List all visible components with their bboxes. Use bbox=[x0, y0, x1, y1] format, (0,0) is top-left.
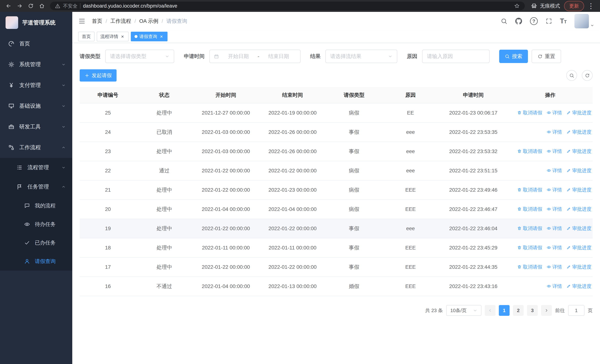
user-menu[interactable] bbox=[574, 14, 594, 28]
progress-action-link[interactable]: 审批进度 bbox=[566, 244, 591, 251]
progress-action-link[interactable]: 审批进度 bbox=[566, 187, 591, 193]
menu-label: 请假查询 bbox=[35, 258, 56, 265]
progress-action-link[interactable]: 审批进度 bbox=[566, 167, 591, 174]
refresh-table-button[interactable] bbox=[582, 70, 593, 81]
breadcrumb-item[interactable]: 首页 bbox=[92, 18, 111, 25]
apply-time-range-picker[interactable]: 开始日期 - 结束日期 bbox=[209, 50, 300, 63]
cancel-action-link[interactable]: 取消请假 bbox=[517, 206, 542, 212]
sidebar-submenu-item[interactable]: 任务管理 bbox=[0, 177, 72, 196]
sidebar-leaf-item[interactable]: 请假查询 bbox=[0, 252, 72, 271]
fullscreen-icon[interactable] bbox=[545, 18, 552, 24]
table-row: 16不通过2022-01-04 00:00:002022-01-13 00:00… bbox=[80, 277, 593, 296]
sidebar-menu-item[interactable]: 研发工具 bbox=[0, 116, 72, 137]
detail-action-link[interactable]: 详情 bbox=[547, 283, 562, 289]
progress-action-link[interactable]: 审批进度 bbox=[566, 148, 591, 155]
cell-id: 20 bbox=[80, 200, 136, 219]
url-bar[interactable]: 不安全 dashboard.yudao.iocoder.cn/bpm/oa/le… bbox=[50, 2, 525, 10]
breadcrumb-item[interactable]: OA 示例 bbox=[139, 18, 166, 25]
cancel-action-link[interactable]: 取消请假 bbox=[517, 187, 542, 193]
url-text[interactable]: dashboard.yudao.iocoder.cn/bpm/oa/leave bbox=[83, 3, 177, 9]
bookmark-star-icon[interactable] bbox=[514, 3, 520, 9]
browser-back-button[interactable] bbox=[4, 1, 13, 11]
app-logo[interactable]: 芋道管理系统 bbox=[0, 12, 72, 33]
detail-action-link[interactable]: 详情 bbox=[547, 110, 562, 116]
sidebar-menu-item[interactable]: 工作流程 bbox=[0, 137, 72, 158]
detail-action-link[interactable]: 详情 bbox=[547, 148, 562, 155]
search-button[interactable]: 搜索 bbox=[499, 50, 528, 63]
page-size-select[interactable]: 10条/页 bbox=[446, 305, 481, 316]
progress-action-link[interactable]: 审批进度 bbox=[566, 225, 591, 232]
page-number-button[interactable]: 3 bbox=[527, 305, 538, 316]
sidebar-menu-item[interactable]: 基础设施 bbox=[0, 96, 72, 116]
toggle-search-button[interactable] bbox=[566, 70, 577, 81]
cancel-action-link[interactable]: 取消请假 bbox=[517, 264, 542, 270]
user-avatar[interactable] bbox=[574, 14, 589, 28]
sidebar-submenu: 流程管理 任务管理 我的流程 待办任务 bbox=[0, 158, 72, 271]
cell-end: 2022-01-23 00:00:00 bbox=[259, 180, 326, 200]
goto-page-input[interactable] bbox=[568, 305, 584, 316]
detail-action-link[interactable]: 详情 bbox=[547, 206, 562, 212]
active-tab-dot bbox=[134, 35, 138, 38]
help-icon[interactable]: ? bbox=[530, 17, 538, 25]
detail-action-link[interactable]: 详情 bbox=[547, 129, 562, 135]
github-icon[interactable] bbox=[515, 18, 522, 25]
sidebar-leaf-item[interactable]: 我的流程 bbox=[0, 196, 72, 215]
view-tab[interactable]: 流程详情 × bbox=[97, 32, 129, 41]
next-page-button[interactable] bbox=[541, 305, 552, 316]
tab-label: 首页 bbox=[82, 34, 91, 39]
eye-icon bbox=[547, 130, 551, 134]
tab-close-icon[interactable]: × bbox=[120, 34, 125, 39]
detail-action-link[interactable]: 详情 bbox=[547, 244, 562, 251]
view-tab[interactable]: 首页 × bbox=[78, 32, 94, 41]
cancel-action-link[interactable]: 取消请假 bbox=[517, 225, 542, 232]
page-number-button[interactable]: 2 bbox=[513, 305, 524, 316]
leave-type-select[interactable]: 请选择请假类型 bbox=[105, 50, 174, 63]
header-search-icon[interactable] bbox=[501, 18, 507, 24]
cell-start: 2022-01-22 00:00:00 bbox=[193, 257, 259, 277]
sidebar-menu-item[interactable]: 支付管理 bbox=[0, 75, 72, 96]
menu-label: 研发工具 bbox=[19, 123, 41, 131]
browser-menu-icon[interactable]: ⋮ bbox=[586, 2, 596, 10]
detail-action-link[interactable]: 详情 bbox=[547, 225, 562, 232]
browser-update-button[interactable]: 更新 bbox=[564, 1, 584, 11]
create-leave-button[interactable]: 发起请假 bbox=[80, 69, 117, 82]
reset-button[interactable]: 重置 bbox=[532, 50, 561, 63]
cancel-action-link[interactable]: 取消请假 bbox=[517, 110, 542, 116]
progress-action-link[interactable]: 审批进度 bbox=[566, 129, 591, 135]
progress-action-link[interactable]: 审批进度 bbox=[566, 264, 591, 270]
progress-action-link[interactable]: 审批进度 bbox=[566, 206, 591, 212]
browser-home-button[interactable] bbox=[37, 1, 47, 11]
sidebar-leaf-item[interactable]: 已办任务 bbox=[0, 233, 72, 252]
progress-action-link[interactable]: 审批进度 bbox=[566, 110, 591, 116]
page-number-button[interactable]: 1 bbox=[499, 305, 510, 316]
detail-action-link[interactable]: 详情 bbox=[547, 264, 562, 270]
sidebar-toggle-icon[interactable] bbox=[78, 18, 86, 25]
pen-icon bbox=[566, 207, 571, 211]
security-chip[interactable]: 不安全 bbox=[63, 3, 77, 9]
cancel-action-link[interactable]: 取消请假 bbox=[517, 148, 542, 155]
breadcrumb-item[interactable]: 工作流程 bbox=[111, 18, 139, 25]
home-icon bbox=[39, 3, 45, 9]
font-size-icon[interactable]: TT bbox=[560, 18, 567, 24]
sidebar-submenu-item[interactable]: 流程管理 bbox=[0, 158, 72, 177]
reason-input[interactable] bbox=[422, 50, 489, 63]
sidebar-leaf-item[interactable]: 待办任务 bbox=[0, 215, 72, 233]
progress-action-link[interactable]: 审批进度 bbox=[566, 283, 591, 289]
cell-status: 处理中 bbox=[136, 142, 192, 161]
tab-close-icon[interactable]: × bbox=[159, 34, 164, 39]
browser-forward-button[interactable] bbox=[15, 1, 24, 11]
table-row: 21处理中2022-01-22 00:00:002022-01-23 00:00… bbox=[80, 180, 593, 200]
browser-reload-button[interactable] bbox=[26, 1, 36, 11]
detail-action-link[interactable]: 详情 bbox=[547, 187, 562, 193]
cancel-action-link[interactable]: 取消请假 bbox=[517, 244, 542, 251]
sidebar-menu-item[interactable]: 系统管理 bbox=[0, 54, 72, 75]
detail-action-link[interactable]: 详情 bbox=[547, 167, 562, 174]
result-select[interactable]: 请选择流结果 bbox=[325, 50, 397, 63]
view-tab[interactable]: 请假查询 × bbox=[131, 32, 168, 41]
sidebar-menu-item[interactable]: 首页 bbox=[0, 33, 72, 54]
cell-id: 18 bbox=[80, 238, 136, 257]
breadcrumb-item[interactable]: 请假查询 bbox=[166, 18, 187, 25]
cell-apply_time: 2022-01-22 23:51:15 bbox=[439, 161, 508, 180]
prev-page-button[interactable] bbox=[485, 305, 496, 316]
cell-type: 病假 bbox=[326, 200, 382, 219]
